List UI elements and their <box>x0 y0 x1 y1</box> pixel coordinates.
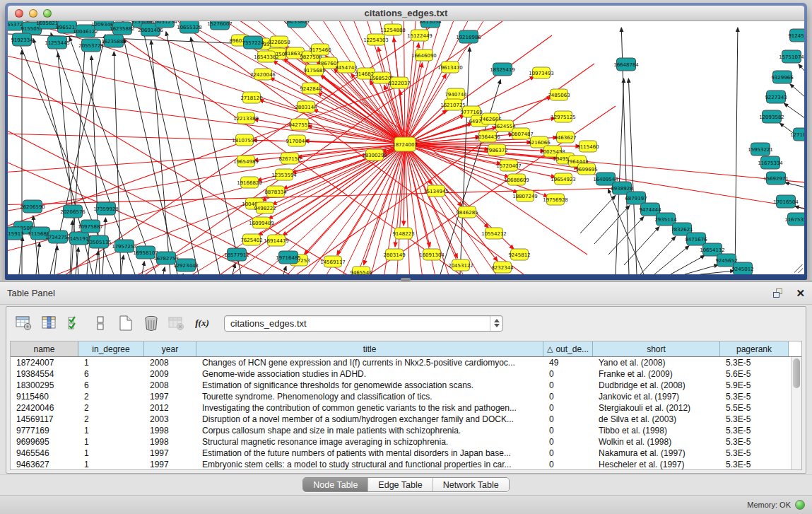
table-row[interactable]: 1830029562008Estimation of significance … <box>11 380 801 391</box>
graph-node[interactable]: 6879197 <box>625 192 647 204</box>
graph-node[interactable]: 20553729 <box>78 39 104 52</box>
graph-node[interactable]: 3915913 <box>8 227 24 240</box>
graph-node[interactable]: 12353594 <box>271 169 297 180</box>
graph-node[interactable]: 11675334 <box>758 156 783 169</box>
graph-node[interactable]: 9245012 <box>731 262 753 274</box>
network-canvas[interactable]: 1221338918107554196549851916682910046728… <box>8 21 804 274</box>
graph-node[interactable]: 2718120 <box>240 92 262 103</box>
graph-node[interactable]: 9699695 <box>575 163 597 175</box>
table-row[interactable]: 2242004622012Investigating the contribut… <box>11 402 801 414</box>
column-header-out_de[interactable]: △out_de... <box>543 341 593 356</box>
graph-node[interactable]: 18724007 <box>392 137 418 151</box>
graph-node[interactable]: 9465546 <box>350 267 372 274</box>
graph-node[interactable]: 16033809 <box>284 21 310 28</box>
graph-node[interactable]: 8322037 <box>388 77 410 88</box>
zoom-window-icon[interactable] <box>43 9 52 18</box>
graph-node[interactable]: 8226058 <box>268 36 290 47</box>
graph-node[interactable]: 13505135 <box>86 235 112 248</box>
graph-node[interactable]: 15134945 <box>423 185 449 197</box>
graph-node[interactable]: 16235889 <box>101 35 126 47</box>
graph-node[interactable]: 19756928 <box>543 194 568 205</box>
function-builder-icon[interactable]: f(x) <box>192 313 213 334</box>
column-header-in_degree[interactable]: in_degree <box>78 341 144 356</box>
graph-node[interactable]: 11253445 <box>45 36 70 49</box>
graph-node[interactable]: 10807487 <box>508 128 534 139</box>
table-row[interactable]: 969969511998Structural magnetic resonanc… <box>11 436 801 448</box>
graph-node[interactable]: 16648784 <box>613 58 639 71</box>
vertical-scrollbar[interactable] <box>791 357 801 469</box>
graph-node[interactable]: 9427552 <box>288 119 310 130</box>
graph-node[interactable]: 16914479 <box>264 235 289 246</box>
graph-node[interactable]: 9175685 <box>303 64 325 76</box>
graph-node[interactable]: 15051234 <box>152 21 177 28</box>
minimize-window-icon[interactable] <box>29 9 37 18</box>
graph-node[interactable]: 20453122 <box>448 259 473 271</box>
graph-node[interactable]: 8813054 <box>419 21 442 28</box>
graph-node[interactable]: 17016504 <box>773 195 799 208</box>
graph-node[interactable]: 16543382 <box>254 51 279 62</box>
graph-node[interactable]: 9329966 <box>771 71 794 83</box>
graph-node[interactable]: 12254303 <box>363 34 389 45</box>
graph-node[interactable]: 14569117 <box>320 256 346 267</box>
float-window-icon[interactable] <box>773 288 784 298</box>
table-select-dropdown[interactable]: citations_edges.txt <box>224 315 503 332</box>
window-titlebar[interactable]: citations_edges.txt <box>8 6 804 21</box>
graph-node[interactable]: 9124556 <box>788 29 804 42</box>
graph-node[interactable]: 8267150 <box>278 153 300 164</box>
table-settings-icon[interactable] <box>13 313 35 334</box>
graph-node[interactable]: 15276007 <box>207 21 233 30</box>
graph-node[interactable]: 18107554 <box>232 134 257 146</box>
tab-node-table[interactable]: Node Table <box>303 478 368 491</box>
close-window-icon[interactable] <box>15 9 23 18</box>
graph-node[interactable]: 16646090 <box>411 49 437 61</box>
graph-node[interactable]: 9192334 <box>11 33 33 46</box>
graph-node[interactable]: 19654923 <box>551 173 576 185</box>
column-header-pagerank[interactable]: pagerank <box>720 341 789 356</box>
table-row[interactable]: 911546021997Tourette syndrome. Phenomeno… <box>11 391 801 402</box>
graph-node[interactable]: 9242844 <box>300 83 322 94</box>
graph-node[interactable]: 18807249 <box>512 190 538 201</box>
new-table-icon[interactable] <box>115 313 136 334</box>
table-row[interactable]: 1456911722003Disruption of a novel membe… <box>11 414 801 425</box>
graph-node[interactable]: 7625402 <box>240 234 262 245</box>
graph-node[interactable]: 16091304 <box>419 249 445 260</box>
graph-node[interactable]: 19166829 <box>237 177 262 188</box>
graph-node[interactable]: 12975125 <box>551 111 576 122</box>
graph-node[interactable]: 9463627 <box>554 132 576 143</box>
graph-node[interactable]: 8232344 <box>491 262 514 273</box>
window-resize-grip[interactable] <box>794 264 803 273</box>
table-row[interactable]: 977716911998Corpus callosum shape and si… <box>11 425 801 436</box>
tab-network-table[interactable]: Network Table <box>433 478 509 491</box>
select-columns-icon[interactable] <box>64 313 86 334</box>
graph-node[interactable]: 18300295 <box>362 149 387 160</box>
scrollbar-thumb[interactable] <box>793 358 800 388</box>
graph-node[interactable]: 15953221 <box>748 143 773 156</box>
graph-node[interactable]: 10554212 <box>481 228 507 239</box>
graph-node[interactable]: 15751074 <box>779 50 804 63</box>
graph-node[interactable]: 9115460 <box>577 141 599 152</box>
graph-node[interactable]: 10655328 <box>177 21 202 33</box>
graph-node[interactable]: 18325419 <box>490 63 515 76</box>
graph-node[interactable]: 18577911 <box>224 248 249 261</box>
delete-table-icon[interactable] <box>141 313 162 334</box>
column-header-name[interactable]: name <box>11 341 78 356</box>
graph-node[interactable]: 7940744 <box>445 88 467 100</box>
graph-node[interactable]: 16099489 <box>249 217 274 228</box>
graph-node[interactable]: 10688609 <box>504 174 529 185</box>
graph-node[interactable]: 12923448 <box>173 259 199 271</box>
graph-node[interactable]: 12710354 <box>790 128 804 141</box>
graph-node[interactable]: 8878334 <box>264 186 287 197</box>
table-row[interactable]: 1872400712008Changes of HCN gene express… <box>11 357 801 368</box>
column-header-short[interactable]: short <box>593 341 720 356</box>
graph-node[interactable]: 7357224 <box>242 36 264 49</box>
graph-node[interactable]: 9227343 <box>765 90 787 103</box>
graph-node[interactable]: 19218986 <box>456 30 481 43</box>
table-row[interactable]: 946362711997Embryonic stem cells: a mode… <box>11 459 801 470</box>
graph-node[interactable]: 12093582 <box>759 110 784 123</box>
graph-node[interactable]: 2803144 <box>295 101 317 112</box>
graph-node[interactable]: 10975887 <box>78 220 103 233</box>
row-height-icon[interactable] <box>90 313 111 334</box>
column-visibility-icon[interactable] <box>39 313 60 334</box>
tab-edge-table[interactable]: Edge Table <box>368 478 433 491</box>
graph-node[interactable]: 9148223 <box>392 228 414 239</box>
